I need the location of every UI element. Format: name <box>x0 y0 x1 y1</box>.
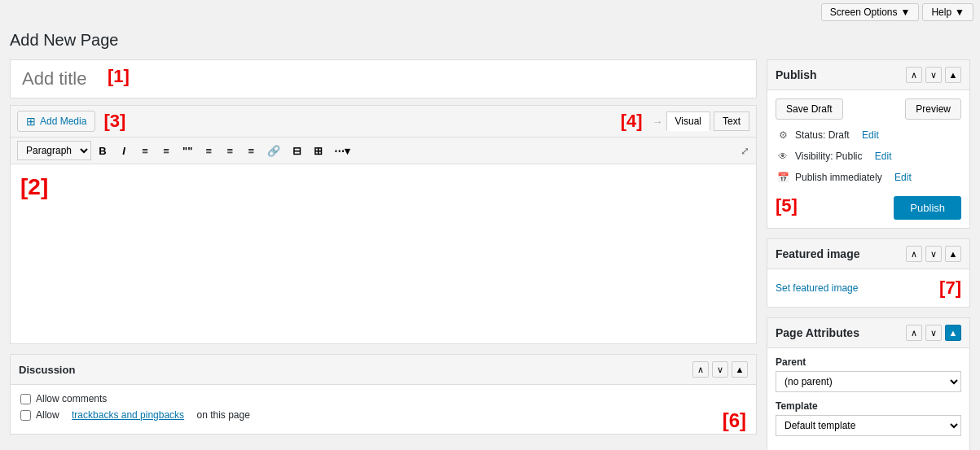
align-left-button[interactable]: ≡ <box>199 142 218 159</box>
screen-options-label: Screen Options <box>830 7 898 18</box>
schedule-row: 📅 Publish immediately Edit <box>776 170 961 185</box>
annotation-7: [7] <box>939 277 961 299</box>
annotation-6: [6] <box>723 409 746 432</box>
publish-toggle-btn[interactable]: ▲ <box>945 67 961 83</box>
add-media-label: Add Media <box>40 116 86 127</box>
publish-button[interactable]: Publish <box>894 196 961 220</box>
publish-panel-header: Publish ∧ ∨ ▲ <box>767 60 969 90</box>
editor-wrapper: ⊞ Add Media [3] [4] → Visual Text Paragr… <box>10 105 757 344</box>
content-area: [1] ⊞ Add Media [3] [4] → Visual Text <box>10 59 757 450</box>
publish-up-btn[interactable]: ∧ <box>906 67 922 83</box>
add-media-icon: ⊞ <box>26 115 36 128</box>
parent-select[interactable]: (no parent) <box>776 371 961 392</box>
visibility-icon: 👁 <box>776 149 790 164</box>
page-title: Add New Page <box>0 24 980 59</box>
publish-down-btn[interactable]: ∨ <box>925 67 942 83</box>
attr-up-btn[interactable]: ∧ <box>906 325 922 341</box>
align-right-button[interactable]: ≡ <box>241 142 261 159</box>
discussion-title: Discussion <box>19 364 692 376</box>
template-select[interactable]: Default template <box>776 415 961 436</box>
page-attributes-title: Page Attributes <box>776 326 906 339</box>
publish-btn-row: Save Draft Preview <box>776 98 961 120</box>
publish-panel-title: Publish <box>776 68 906 81</box>
discussion-collapse-up[interactable]: ∧ <box>692 361 709 378</box>
trackbacks-suffix: on this page <box>196 409 249 421</box>
text-tab[interactable]: Text <box>714 111 749 131</box>
parent-label: Parent <box>776 356 961 368</box>
visibility-label: Visibility: Public <box>795 151 862 162</box>
discussion-collapse-down[interactable]: ∨ <box>712 361 728 378</box>
page-attributes-controls: ∧ ∨ ▲ <box>906 325 961 341</box>
page-attributes-body: Parent (no parent) Template Default temp… <box>767 348 969 450</box>
status-label: Status: Draft <box>795 129 850 141</box>
help-chevron-icon: ▼ <box>955 7 965 18</box>
editor-body[interactable]: [2] <box>11 164 756 343</box>
featured-image-controls: ∧ ∨ ▲ <box>906 246 961 262</box>
preview-button[interactable]: Preview <box>905 98 961 120</box>
publish-controls: ∧ ∨ ▲ <box>906 67 961 83</box>
link-button[interactable]: 🔗 <box>262 142 285 159</box>
status-row: ⚙ Status: Draft Edit <box>776 128 961 142</box>
schedule-icon: 📅 <box>776 170 790 185</box>
unordered-list-button[interactable]: ≡ <box>135 142 155 159</box>
annotation-5: [5] <box>776 195 798 216</box>
italic-button[interactable]: I <box>114 142 134 159</box>
arrow-icon: → <box>653 116 663 128</box>
screen-options-button[interactable]: Screen Options ▼ <box>821 3 920 21</box>
visibility-row: 👁 Visibility: Public Edit <box>776 149 961 164</box>
top-bar: Screen Options ▼ Help ▼ <box>0 0 980 24</box>
align-center-button[interactable]: ≡ <box>220 142 240 159</box>
set-featured-link[interactable]: Set featured image <box>776 282 858 294</box>
annotation-3: [3] <box>103 111 125 132</box>
featured-up-btn[interactable]: ∧ <box>906 246 922 262</box>
template-label: Template <box>776 400 961 412</box>
allow-comments-row: Allow comments <box>20 393 746 404</box>
help-label: Help <box>931 7 951 18</box>
discussion-controls: ∧ ∨ ▲ <box>692 361 748 378</box>
sidebar: Publish ∧ ∨ ▲ Save Draft Preview ⚙ Statu… <box>767 59 970 450</box>
allow-comments-label: Allow comments <box>36 393 107 404</box>
trackbacks-link[interactable]: trackbacks and pingbacks <box>72 409 184 421</box>
featured-image-title: Featured image <box>776 247 906 260</box>
screen-options-chevron-icon: ▼ <box>901 7 911 18</box>
schedule-edit-link[interactable]: Edit <box>894 172 912 183</box>
discussion-section: Discussion ∧ ∨ ▲ Allow comments Allow tr… <box>10 354 757 435</box>
publish-panel: Publish ∧ ∨ ▲ Save Draft Preview ⚙ Statu… <box>767 59 970 229</box>
annotation-2: [2] <box>20 174 48 199</box>
editor-toolbar-top: ⊞ Add Media [3] [4] → Visual Text <box>11 106 756 138</box>
add-media-button[interactable]: ⊞ Add Media <box>17 111 95 132</box>
allow-trackbacks-checkbox[interactable] <box>20 410 31 421</box>
publish-panel-body: Save Draft Preview ⚙ Status: Draft Edit … <box>767 90 969 228</box>
allow-comments-checkbox[interactable] <box>20 394 31 404</box>
status-edit-link[interactable]: Edit <box>862 129 879 141</box>
paragraph-select[interactable]: Paragraph <box>17 141 91 160</box>
ordered-list-button[interactable]: ≡ <box>156 142 176 159</box>
fullscreen-button[interactable]: ⤢ <box>740 145 749 157</box>
featured-image-body: Set featured image [7] <box>767 269 969 307</box>
blockquote-button[interactable]: "" <box>178 142 197 159</box>
featured-image-panel: Featured image ∧ ∨ ▲ Set featured image … <box>767 238 970 308</box>
discussion-header: Discussion ∧ ∨ ▲ <box>11 355 756 385</box>
discussion-toggle[interactable]: ▲ <box>732 361 748 378</box>
discussion-body: Allow comments Allow trackbacks and ping… <box>11 385 756 434</box>
visibility-edit-link[interactable]: Edit <box>875 151 892 162</box>
attr-down-btn[interactable]: ∨ <box>925 325 942 341</box>
annotation-4: [4] <box>621 111 643 132</box>
allow-trackbacks-prefix: Allow <box>36 409 59 421</box>
featured-image-header: Featured image ∧ ∨ ▲ <box>767 239 969 269</box>
page-attributes-panel: Page Attributes ∧ ∨ ▲ Parent (no parent)… <box>767 317 970 450</box>
visual-tab[interactable]: Visual <box>666 111 710 131</box>
annotation-1: [1] <box>108 66 130 87</box>
format-toolbar: Paragraph B I ≡ ≡ "" ≡ ≡ ≡ 🔗 ⊟ ⊞ ⋯▾ ⤢ <box>11 138 756 164</box>
insert-button[interactable]: ⊟ <box>287 142 306 159</box>
status-icon: ⚙ <box>776 128 790 142</box>
help-button[interactable]: Help ▼ <box>922 3 973 21</box>
featured-down-btn[interactable]: ∨ <box>925 246 942 262</box>
allow-trackbacks-row: Allow trackbacks and pingbacks on this p… <box>20 409 746 421</box>
more-button[interactable]: ⋯▾ <box>329 142 355 159</box>
save-draft-button[interactable]: Save Draft <box>776 98 843 120</box>
attr-toggle-btn[interactable]: ▲ <box>945 325 961 341</box>
featured-toggle-btn[interactable]: ▲ <box>945 246 961 262</box>
table-button[interactable]: ⊞ <box>308 142 327 159</box>
bold-button[interactable]: B <box>93 142 112 159</box>
